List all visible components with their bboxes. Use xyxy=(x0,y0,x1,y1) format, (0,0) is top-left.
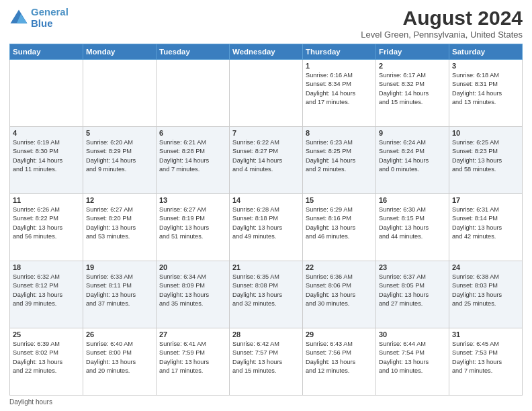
calendar-cell: 9Sunrise: 6:24 AMSunset: 8:24 PMDaylight… xyxy=(376,127,449,194)
day-number: 27 xyxy=(159,330,226,338)
day-number: 1 xyxy=(306,62,373,70)
cell-content: Sunrise: 6:34 AMSunset: 8:09 PMDaylight:… xyxy=(159,273,226,308)
calendar-cell: 26Sunrise: 6:40 AMSunset: 8:00 PMDayligh… xyxy=(83,328,157,396)
cell-content: Sunrise: 6:19 AMSunset: 8:30 PMDaylight:… xyxy=(13,138,80,174)
cell-content: Sunrise: 6:24 AMSunset: 8:24 PMDaylight:… xyxy=(379,138,446,174)
calendar-cell: 3Sunrise: 6:18 AMSunset: 8:31 PMDaylight… xyxy=(449,60,523,127)
day-number: 28 xyxy=(232,330,300,338)
calendar-cell xyxy=(157,60,230,127)
footer-note: Daylight hours xyxy=(9,398,523,406)
cell-content: Sunrise: 6:40 AMSunset: 8:00 PMDaylight:… xyxy=(86,340,153,375)
calendar-week-row: 18Sunrise: 6:32 AMSunset: 8:12 PMDayligh… xyxy=(10,261,523,328)
calendar-cell: 15Sunrise: 6:29 AMSunset: 8:16 PMDayligh… xyxy=(303,194,376,261)
cell-content: Sunrise: 6:16 AMSunset: 8:34 PMDaylight:… xyxy=(306,71,373,107)
day-number: 10 xyxy=(452,129,519,137)
cell-content: Sunrise: 6:42 AMSunset: 7:57 PMDaylight:… xyxy=(232,340,300,375)
calendar-cell: 28Sunrise: 6:42 AMSunset: 7:57 PMDayligh… xyxy=(230,328,303,396)
calendar-day-header: Tuesday xyxy=(157,44,230,60)
month-year: August 2024 xyxy=(361,7,523,30)
cell-content: Sunrise: 6:20 AMSunset: 8:29 PMDaylight:… xyxy=(86,138,153,174)
logo-icon xyxy=(9,9,28,28)
header: General Blue August 2024 Level Green, Pe… xyxy=(9,7,523,40)
day-number: 17 xyxy=(452,196,519,204)
day-number: 3 xyxy=(452,62,519,70)
cell-content: Sunrise: 6:27 AMSunset: 8:20 PMDaylight:… xyxy=(86,205,153,241)
calendar-cell: 24Sunrise: 6:38 AMSunset: 8:03 PMDayligh… xyxy=(449,261,523,328)
calendar-week-row: 25Sunrise: 6:39 AMSunset: 8:02 PMDayligh… xyxy=(10,328,523,396)
calendar-day-header: Monday xyxy=(83,44,157,60)
calendar-cell xyxy=(230,60,303,127)
day-number: 24 xyxy=(452,263,519,271)
day-number: 2 xyxy=(379,62,446,70)
cell-content: Sunrise: 6:37 AMSunset: 8:05 PMDaylight:… xyxy=(379,273,446,308)
day-number: 26 xyxy=(86,330,153,338)
cell-content: Sunrise: 6:22 AMSunset: 8:27 PMDaylight:… xyxy=(232,138,300,174)
day-number: 22 xyxy=(306,263,373,271)
cell-content: Sunrise: 6:25 AMSunset: 8:23 PMDaylight:… xyxy=(452,138,519,174)
cell-content: Sunrise: 6:45 AMSunset: 7:53 PMDaylight:… xyxy=(452,340,519,375)
cell-content: Sunrise: 6:41 AMSunset: 7:59 PMDaylight:… xyxy=(159,340,226,375)
calendar-cell: 18Sunrise: 6:32 AMSunset: 8:12 PMDayligh… xyxy=(10,261,83,328)
calendar-cell: 23Sunrise: 6:37 AMSunset: 8:05 PMDayligh… xyxy=(376,261,449,328)
cell-content: Sunrise: 6:29 AMSunset: 8:16 PMDaylight:… xyxy=(306,205,373,241)
logo-general: General xyxy=(31,6,69,17)
cell-content: Sunrise: 6:32 AMSunset: 8:12 PMDaylight:… xyxy=(13,273,80,308)
calendar-cell: 27Sunrise: 6:41 AMSunset: 7:59 PMDayligh… xyxy=(157,328,230,396)
day-number: 7 xyxy=(232,129,300,137)
calendar-week-row: 4Sunrise: 6:19 AMSunset: 8:30 PMDaylight… xyxy=(10,127,523,194)
day-number: 23 xyxy=(379,263,446,271)
cell-content: Sunrise: 6:18 AMSunset: 8:31 PMDaylight:… xyxy=(452,71,519,107)
page: General Blue August 2024 Level Green, Pe… xyxy=(0,0,532,411)
cell-content: Sunrise: 6:28 AMSunset: 8:18 PMDaylight:… xyxy=(232,205,300,241)
calendar-cell: 14Sunrise: 6:28 AMSunset: 8:18 PMDayligh… xyxy=(230,194,303,261)
cell-content: Sunrise: 6:44 AMSunset: 7:54 PMDaylight:… xyxy=(379,340,446,375)
location: Level Green, Pennsylvania, United States xyxy=(361,30,523,40)
calendar-cell: 5Sunrise: 6:20 AMSunset: 8:29 PMDaylight… xyxy=(83,127,157,194)
day-number: 20 xyxy=(159,263,226,271)
day-number: 13 xyxy=(159,196,226,204)
cell-content: Sunrise: 6:33 AMSunset: 8:11 PMDaylight:… xyxy=(86,273,153,308)
day-number: 29 xyxy=(306,330,373,338)
calendar-cell: 11Sunrise: 6:26 AMSunset: 8:22 PMDayligh… xyxy=(10,194,83,261)
calendar-cell: 10Sunrise: 6:25 AMSunset: 8:23 PMDayligh… xyxy=(449,127,523,194)
day-number: 6 xyxy=(159,129,226,137)
calendar-day-header: Saturday xyxy=(449,44,523,60)
day-number: 31 xyxy=(452,330,519,338)
logo-text: General Blue xyxy=(31,7,69,29)
day-number: 5 xyxy=(86,129,153,137)
calendar-cell: 30Sunrise: 6:44 AMSunset: 7:54 PMDayligh… xyxy=(376,328,449,396)
calendar-cell: 29Sunrise: 6:43 AMSunset: 7:56 PMDayligh… xyxy=(303,328,376,396)
calendar-cell: 25Sunrise: 6:39 AMSunset: 8:02 PMDayligh… xyxy=(10,328,83,396)
calendar-cell xyxy=(83,60,157,127)
calendar-cell: 13Sunrise: 6:27 AMSunset: 8:19 PMDayligh… xyxy=(157,194,230,261)
day-number: 9 xyxy=(379,129,446,137)
cell-content: Sunrise: 6:23 AMSunset: 8:25 PMDaylight:… xyxy=(306,138,373,174)
day-number: 14 xyxy=(232,196,300,204)
day-number: 12 xyxy=(86,196,153,204)
calendar-cell: 17Sunrise: 6:31 AMSunset: 8:14 PMDayligh… xyxy=(449,194,523,261)
calendar-cell: 16Sunrise: 6:30 AMSunset: 8:15 PMDayligh… xyxy=(376,194,449,261)
calendar-cell xyxy=(10,60,83,127)
cell-content: Sunrise: 6:38 AMSunset: 8:03 PMDaylight:… xyxy=(452,273,519,308)
cell-content: Sunrise: 6:35 AMSunset: 8:08 PMDaylight:… xyxy=(232,273,300,308)
calendar-week-row: 1Sunrise: 6:16 AMSunset: 8:34 PMDaylight… xyxy=(10,60,523,127)
day-number: 19 xyxy=(86,263,153,271)
cell-content: Sunrise: 6:43 AMSunset: 7:56 PMDaylight:… xyxy=(306,340,373,375)
cell-content: Sunrise: 6:30 AMSunset: 8:15 PMDaylight:… xyxy=(379,205,446,241)
calendar-cell: 21Sunrise: 6:35 AMSunset: 8:08 PMDayligh… xyxy=(230,261,303,328)
logo-blue: Blue xyxy=(31,17,53,29)
cell-content: Sunrise: 6:26 AMSunset: 8:22 PMDaylight:… xyxy=(13,205,80,241)
logo: General Blue xyxy=(9,7,69,29)
calendar-cell: 8Sunrise: 6:23 AMSunset: 8:25 PMDaylight… xyxy=(303,127,376,194)
day-number: 18 xyxy=(13,263,80,271)
day-number: 8 xyxy=(306,129,373,137)
day-number: 30 xyxy=(379,330,446,338)
calendar-cell: 22Sunrise: 6:36 AMSunset: 8:06 PMDayligh… xyxy=(303,261,376,328)
calendar-cell: 7Sunrise: 6:22 AMSunset: 8:27 PMDaylight… xyxy=(230,127,303,194)
calendar-cell: 20Sunrise: 6:34 AMSunset: 8:09 PMDayligh… xyxy=(157,261,230,328)
title-block: August 2024 Level Green, Pennsylvania, U… xyxy=(361,7,523,40)
cell-content: Sunrise: 6:39 AMSunset: 8:02 PMDaylight:… xyxy=(13,340,80,375)
calendar-week-row: 11Sunrise: 6:26 AMSunset: 8:22 PMDayligh… xyxy=(10,194,523,261)
day-number: 11 xyxy=(13,196,80,204)
cell-content: Sunrise: 6:27 AMSunset: 8:19 PMDaylight:… xyxy=(159,205,226,241)
